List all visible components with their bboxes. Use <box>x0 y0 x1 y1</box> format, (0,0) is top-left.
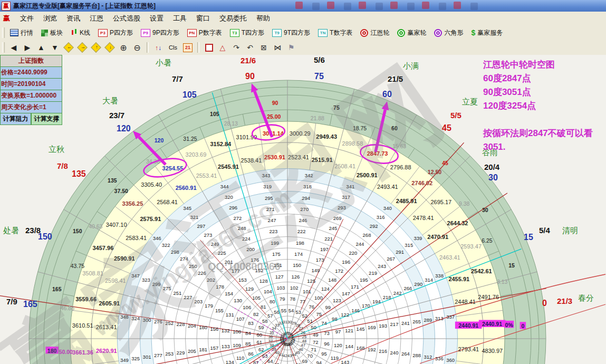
svg-text:318: 318 <box>303 184 312 189</box>
svg-text:178: 178 <box>216 284 224 290</box>
up-button[interactable]: ▲ <box>35 41 47 54</box>
menu-item-settings[interactable]: 设置 <box>145 12 168 25</box>
svg-text:2491.76: 2491.76 <box>478 294 499 300</box>
expand-button[interactable]: ⊠ <box>257 41 270 54</box>
menu-item-news[interactable]: 资讯 <box>62 12 85 25</box>
svg-text:314: 314 <box>425 277 433 283</box>
svg-text:45: 45 <box>442 160 448 166</box>
calendar-button[interactable]: 21 <box>181 41 194 54</box>
svg-text:272: 272 <box>233 215 242 221</box>
svg-text:2605.91: 2605.91 <box>99 300 120 306</box>
menu-item-file[interactable]: 文件 <box>15 12 39 25</box>
toolbar-separator <box>147 42 149 53</box>
pin-button[interactable]: ⚑ <box>285 41 297 54</box>
svg-text:40.63: 40.63 <box>89 223 102 229</box>
menu-item-formula-stock-pick[interactable]: 公式选股 <box>108 12 145 25</box>
triangle-tool-button[interactable]: △ <box>216 41 229 54</box>
toolbar-button-gann-wheel[interactable]: 江恩轮 <box>357 27 392 39</box>
wheel-outer-label: 21/3 <box>557 296 572 305</box>
toolbar-label: 行情 <box>21 28 33 37</box>
svg-text:295: 295 <box>265 195 273 201</box>
svg-text:62: 62 <box>258 347 264 352</box>
pan-right-button[interactable]: → <box>76 41 89 54</box>
toolbar-button-p-table[interactable]: PNP数字表 <box>184 27 225 39</box>
menu-item-tools[interactable]: 工具 <box>168 12 191 25</box>
toolbar-button-9p-square[interactable]: P99P四方形 <box>138 27 182 39</box>
center-button[interactable]: ⋈ <box>271 41 284 54</box>
menu-item-gann[interactable]: 江恩 <box>85 12 108 25</box>
svg-text:172: 172 <box>335 268 343 274</box>
svg-text:98: 98 <box>332 316 338 322</box>
svg-text:108: 108 <box>233 329 241 334</box>
rotate-cw-button[interactable]: ↷ <box>230 41 243 54</box>
pan-left-button[interactable]: ← <box>62 41 75 54</box>
svg-text:144: 144 <box>345 343 353 349</box>
toolbar-button-p-square[interactable]: P3P四方形 <box>95 27 136 39</box>
down-button[interactable]: ▼ <box>49 41 61 54</box>
toolbar-button-9t-square[interactable]: T99T四方形 <box>269 27 313 39</box>
svg-text:84: 84 <box>245 330 251 336</box>
svg-text:83: 83 <box>248 320 254 326</box>
app-window: 赢 赢家江恩专业版[赢家服务平台] - [上证指数 江恩轮] 赢 文件浏览资讯江… <box>0 0 606 364</box>
toolbar-button-winner-service[interactable]: $赢家服务 <box>468 27 506 39</box>
drawing-toolbar: ◀▶▲▼←→↑↓⊕⊖↑↓Cls21△↷↶⊠⋈⚑ <box>0 40 606 55</box>
svg-text:240: 240 <box>390 350 399 356</box>
menu-item-window[interactable]: 窗口 <box>191 12 215 25</box>
svg-text:202: 202 <box>207 277 215 283</box>
toolbar-button-hexagon[interactable]: 六角形 <box>431 27 466 39</box>
back-button[interactable]: ◀ <box>7 41 20 54</box>
forward-button[interactable]: ▶ <box>21 41 34 54</box>
annotation-line: 按循环法则2847不破可以看 <box>483 127 593 140</box>
svg-text:2898.58: 2898.58 <box>342 140 363 147</box>
svg-text:316: 316 <box>377 214 385 220</box>
menu-item-browse[interactable]: 浏览 <box>39 12 62 25</box>
svg-text:76: 76 <box>309 304 315 310</box>
svg-text:52: 52 <box>302 313 307 319</box>
svg-text:74: 74 <box>321 320 327 326</box>
svg-text:2695.17: 2695.17 <box>430 199 451 205</box>
menu-item-help[interactable]: 帮助 <box>252 12 275 25</box>
svg-text:197: 197 <box>320 246 329 252</box>
svg-text:253: 253 <box>165 351 174 357</box>
svg-text:155: 155 <box>215 308 224 313</box>
zoom-out-button[interactable]: ⊖ <box>131 41 143 54</box>
menu-item-trade[interactable]: 交易委托 <box>215 12 252 25</box>
dollar-icon: $ <box>471 28 475 37</box>
calc-resistance-button[interactable]: 计算阻力 <box>0 113 31 125</box>
svg-text:110: 110 <box>236 355 244 361</box>
svg-text:149: 149 <box>312 267 320 273</box>
pan-down-button[interactable]: ↓ <box>103 41 116 54</box>
wheel-outer-label: 90 <box>245 72 255 81</box>
zoom-in-button[interactable]: ⊕ <box>117 41 130 54</box>
svg-text:321: 321 <box>190 214 198 220</box>
toolbar-button-kline[interactable]: K线 <box>68 27 93 39</box>
rect-tool-button[interactable] <box>203 41 215 54</box>
svg-text:2463.41: 2463.41 <box>439 254 460 261</box>
svg-text:2553.41: 2553.41 <box>196 173 217 179</box>
pan-up-button[interactable]: ↑ <box>90 41 102 54</box>
svg-text:325: 325 <box>131 356 140 361</box>
toolbar-button-t-square[interactable]: T3T四方形 <box>227 27 267 39</box>
toolbar-button-t-table[interactable]: TNT数字表 <box>315 27 355 39</box>
svg-text:3559.66: 3559.66 <box>75 296 97 302</box>
annotation-line: 60度2847点 <box>483 72 593 85</box>
svg-text:25.00: 25.00 <box>267 113 281 120</box>
svg-text:73: 73 <box>324 330 330 336</box>
svg-text:219: 219 <box>369 270 377 276</box>
cls-button[interactable]: Cls <box>166 41 180 54</box>
ring-icon <box>360 29 368 37</box>
toolbar-label: 六角形 <box>444 28 463 37</box>
svg-text:2523.41: 2523.41 <box>288 154 309 160</box>
calc-support-button[interactable]: 计算支撑 <box>31 113 62 125</box>
rotate-ccw-button[interactable]: ↶ <box>244 41 256 54</box>
updown-button[interactable]: ↑↓ <box>152 41 165 54</box>
svg-text:339: 339 <box>413 235 422 241</box>
svg-text:77: 77 <box>300 299 306 304</box>
svg-text:177: 177 <box>232 268 240 274</box>
svg-text:102: 102 <box>290 285 299 291</box>
toolbar-button-quotes[interactable]: 行情 <box>7 27 36 39</box>
toolbar-button-sectors[interactable]: 板块 <box>38 27 66 39</box>
svg-text:70: 70 <box>307 353 313 359</box>
toolbar-button-winner-wheel[interactable]: 赢家轮 <box>394 27 429 39</box>
svg-text:175: 175 <box>272 251 281 257</box>
